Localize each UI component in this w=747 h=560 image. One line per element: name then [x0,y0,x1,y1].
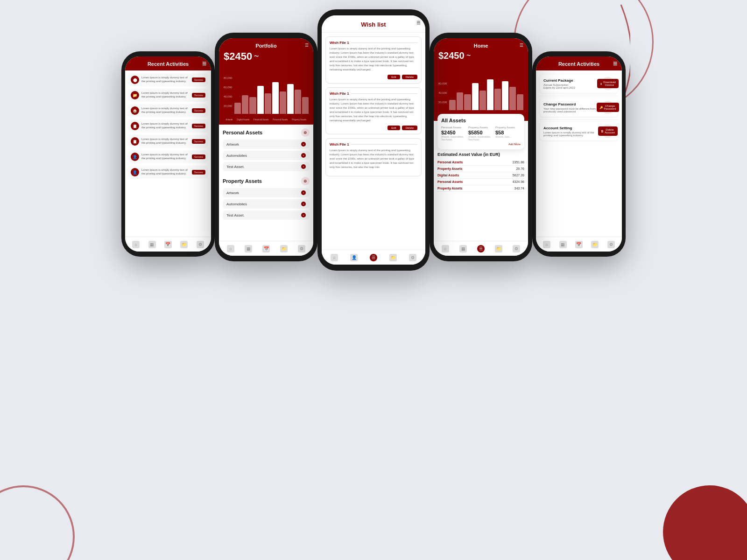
phone3: Wish list ☰ Wish File 1 Lorem Ipsum is s… [317,9,430,271]
nav-settings-icon[interactable]: ⚙ [197,241,204,248]
phone5-body: Current Package Annual Subscription Expi… [536,70,622,147]
personal-assets-icon[interactable]: ⊕ [301,128,310,137]
phone3-nav-home[interactable]: ⌂ [331,254,338,261]
activity-text-3: Lorem ipsum is simply dummy text of the … [141,107,190,114]
home-trend-icon: 〜 [466,53,471,59]
home-bar-5 [479,91,486,110]
activity-icon-3: 🏠 [131,106,139,115]
activity-text-1: Lorem ipsum is simply dummy text of the … [141,76,190,84]
activity-badge-3: Success [192,108,205,113]
phone5-nav-home[interactable]: ⌂ [543,241,550,248]
home-bar-7 [494,89,501,110]
wish-file-3: Wish File 1 Lorem Ipsum is simply dummy … [325,138,422,176]
phone2-nav-grid[interactable]: ▦ [245,245,252,252]
bar-10 [302,97,309,114]
phone3-screen: Wish list ☰ Wish File 1 Lorem Ipsum is s… [322,15,425,265]
personal-assets-header: Personal Assets ⊕ [223,128,310,137]
phone4-nav-folder[interactable]: 📁 [495,245,502,252]
delete-account-button[interactable]: 🗑 Delete Account [598,126,618,136]
phone3-nav-settings[interactable]: ⚙ [409,254,416,261]
account-title: Account Setting [543,126,598,130]
wish-file-1-edit-button[interactable]: Edit [388,75,400,79]
est-row-4: Personal Assets 4324.98 [437,179,524,185]
property-assets-header: Property Assets ⊕ [223,177,310,185]
home-hamburger-icon[interactable]: ☰ [520,43,523,48]
nav-home-icon[interactable]: ⌂ [132,241,140,248]
activity-icon-6: 👤 [131,153,139,161]
phone4-nav-list[interactable]: ☰ [477,245,485,252]
phone4-nav-settings[interactable]: ⚙ [513,245,520,252]
phone5-nav-grid[interactable]: ▦ [559,241,567,248]
wish-file-3-text: Lorem Ipsum is simply dummy text of the … [330,148,417,169]
activity-icon-4: 📋 [131,122,139,130]
property-assets-icon[interactable]: ⊕ [301,177,310,185]
est-row-1: Personal Assets 2351.88 [437,159,524,166]
phone2-nav-home[interactable]: ⌂ [227,245,234,252]
bg-decor-circle-bottom-right [663,485,747,560]
wishlist-hamburger-icon[interactable]: ☰ [416,20,421,25]
property-asset-dot-1: • [301,190,306,195]
portfolio-header: Portfolio ☰ $2450 〜 [219,38,313,77]
phone4-screen: Home ☰ $2450 〜 80,000 60,000 40,000 20,0… [434,38,528,256]
phone3-nav-folder[interactable]: 📁 [389,254,397,261]
activity-icon-2: 📁 [131,91,139,99]
wishlist-header: Wish list ☰ [322,15,425,33]
phone1-body: ⬤ Lorem ipsum is simply dummy text of th… [125,70,211,184]
account-icon-circle: 🗑 Delete Account [601,125,614,138]
home-bar-4 [472,83,479,110]
nav-calendar-icon[interactable]: 📅 [164,241,172,248]
change-password-button[interactable]: 🔑 Change Password [597,103,619,112]
phone4-bottom-nav: ⌂ ▦ ☰ 📁 ⚙ [434,241,528,256]
wishlist-body: Wish File 1 Lorem Ipsum is simply dummy … [322,33,425,184]
col-amount-property2: $58 [495,130,521,135]
phone4-nav-home[interactable]: ⌂ [442,245,449,252]
phone2-screen: Portfolio ☰ $2450 〜 80,000 60,000 40,000… [219,38,313,256]
bar-7 [280,91,286,114]
portfolio-hamburger-icon[interactable]: ☰ [305,43,309,48]
phone3-nav-list[interactable]: ☰ [370,254,377,261]
col-label-personal: Personal Assets [441,126,466,129]
phone1-bottom-nav: ⌂ ▦ 📅 📁 ⚙ [125,237,211,252]
property-assets-section: Property Assets ⊕ Artwork • Automobiles … [219,177,313,238]
phone5-nav-settings[interactable]: ⚙ [607,241,615,248]
all-assets-card: All Assets Personal Assets $2450 Artwork… [437,114,524,149]
home-chart-y: 80,000 60,000 40,000 20,000 [438,73,447,110]
phones-container: Recent Activities ☰ ⬤ Lorem ipsum is sim… [0,23,747,271]
asset-dot-1: • [301,142,306,147]
bar-4 [257,86,264,114]
property-assets-title: Property Assets [223,178,262,184]
portfolio-title: Portfolio [224,43,309,49]
home-bar-1 [449,100,456,110]
phone4-nav-grid[interactable]: ▦ [459,245,467,252]
phone5-header: Recent Activities ☰ [536,56,622,70]
phone5-nav-folder[interactable]: 📁 [591,241,599,248]
home-amount: $2450 〜 [438,50,523,61]
download-invoice-button[interactable]: ⬇ Download Invoice [597,79,619,88]
wish-file-2: Wish File 1 Lorem Ipsum is simply dummy … [325,87,422,134]
phone2-nav-calendar[interactable]: 📅 [262,245,270,252]
wish-file-2-text: Lorem Ipsum is simply dummy text of the … [330,98,417,123]
phone3-nav-user[interactable]: 👤 [350,254,358,261]
phone5-nav-calendar[interactable]: 📅 [575,241,583,248]
phone3-bottom-nav: ⌂ 👤 ☰ 📁 ⚙ [322,250,425,265]
wishlist-title: Wish list [361,21,386,28]
package-title: Current Package [543,78,598,83]
home-bar-10 [517,94,523,110]
nav-grid-icon[interactable]: ▦ [148,241,156,248]
phone5-screen: Recent Activities ☰ Current Package Annu… [536,56,622,252]
phone2-nav-settings[interactable]: ⚙ [298,245,305,252]
phone5-hamburger-icon[interactable]: ☰ [613,61,617,66]
home-header: Home ☰ $2450 〜 [434,38,528,75]
account-sub: Lorem ipsum is simply dummy text of the … [543,131,598,137]
home-bar-3 [464,94,471,110]
phone2-nav-folder[interactable]: 📁 [280,245,288,252]
nav-folder-icon[interactable]: 📁 [180,241,188,248]
password-icon-circle: 🔑 Change Password [601,101,614,114]
wish-file-2-delete-button[interactable]: Delete [402,126,417,130]
property-asset-automobiles: Automobiles • [223,199,310,209]
wish-file-2-edit-button[interactable]: Edit [388,126,400,130]
add-more-button[interactable]: Add More [441,143,521,146]
phone1-title: Recent Activities [148,61,189,67]
phone1-hamburger-icon[interactable]: ☰ [202,61,206,66]
wish-file-1-delete-button[interactable]: Delete [402,75,417,79]
